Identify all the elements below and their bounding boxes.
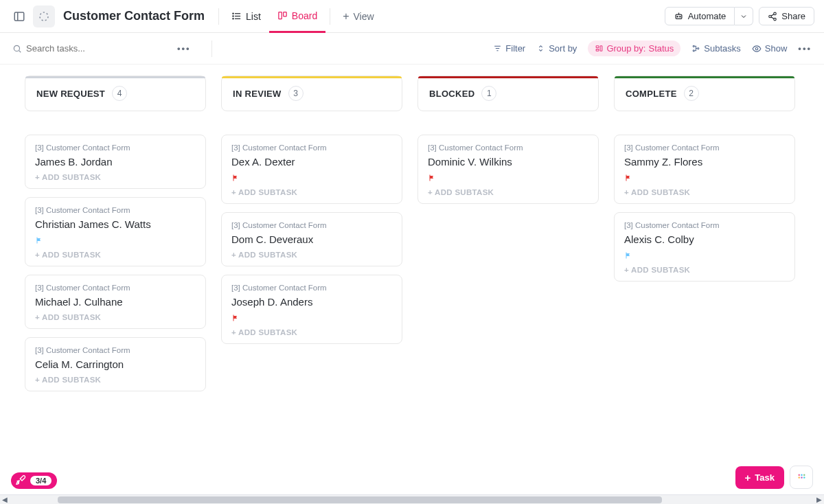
- search-field[interactable]: [12, 43, 129, 54]
- column-title: BLOCKED: [429, 89, 474, 99]
- svg-point-37: [803, 477, 805, 479]
- task-title: Celia M. Carrington: [35, 358, 196, 370]
- add-subtask-button[interactable]: + ADD SUBTASK: [624, 188, 785, 196]
- automate-dropdown-button[interactable]: [735, 7, 753, 25]
- new-task-button[interactable]: + Task: [735, 466, 784, 489]
- apps-grid-icon: [797, 472, 807, 483]
- list-settings-button[interactable]: [33, 5, 55, 27]
- svg-line-21: [19, 50, 21, 52]
- horizontal-scrollbar[interactable]: ◀ ▶: [0, 494, 824, 504]
- task-card[interactable]: [3] Customer Contact Form Joseph D. Ande…: [221, 275, 402, 344]
- tab-list[interactable]: List: [223, 0, 269, 33]
- scroll-right-button[interactable]: ▶: [814, 495, 824, 505]
- svg-point-33: [801, 474, 803, 476]
- share-button[interactable]: Share: [759, 7, 814, 25]
- page-title: Customer Contact Form: [63, 9, 205, 23]
- filter-button[interactable]: Filter: [493, 43, 525, 54]
- column-header[interactable]: COMPLETE 2: [614, 76, 795, 111]
- task-source-label: [3] Customer Contact Form: [35, 206, 196, 214]
- svg-point-36: [801, 477, 803, 479]
- svg-point-16: [769, 15, 772, 18]
- task-card[interactable]: [3] Customer Contact Form Dex A. Dexter …: [221, 135, 402, 204]
- column-header[interactable]: BLOCKED 1: [417, 76, 599, 111]
- subtasks-icon: [691, 44, 700, 53]
- column-color-bar: [222, 76, 402, 78]
- subtasks-label: Subtasks: [704, 43, 740, 54]
- task-title: Sammy Z. Flores: [624, 156, 785, 168]
- loading-circle-icon: [38, 10, 50, 23]
- scroll-track[interactable]: [10, 496, 814, 504]
- task-title: Christian James C. Watts: [35, 218, 196, 230]
- tab-board[interactable]: Board: [269, 0, 325, 33]
- tab-add-view-label: View: [354, 11, 374, 22]
- sort-button[interactable]: Sort by: [536, 43, 577, 54]
- show-button[interactable]: Show: [752, 43, 788, 54]
- svg-point-8: [233, 19, 233, 19]
- priority-flag-icon[interactable]: [624, 173, 785, 183]
- task-card[interactable]: [3] Customer Contact Form Sammy Z. Flore…: [614, 135, 795, 204]
- search-input[interactable]: [26, 43, 129, 54]
- group-by-pill[interactable]: Group by: Status: [588, 41, 680, 56]
- add-subtask-button[interactable]: + ADD SUBTASK: [231, 328, 392, 336]
- add-subtask-button[interactable]: + ADD SUBTASK: [35, 376, 196, 384]
- add-subtask-button[interactable]: + ADD SUBTASK: [35, 173, 196, 181]
- chevron-down-icon: [740, 12, 748, 21]
- group-by-value: Status: [648, 43, 674, 54]
- column-header[interactable]: IN REVIEW 3: [221, 76, 402, 111]
- add-subtask-button[interactable]: + ADD SUBTASK: [35, 251, 196, 259]
- priority-flag-icon[interactable]: [231, 173, 392, 183]
- scroll-left-button[interactable]: ◀: [0, 495, 10, 505]
- group-icon: [595, 44, 604, 53]
- add-subtask-button[interactable]: + ADD SUBTASK: [35, 313, 196, 321]
- svg-point-6: [233, 13, 233, 14]
- more-options-button[interactable]: •••: [798, 43, 812, 54]
- task-title: Dominic V. Wilkins: [428, 156, 588, 168]
- svg-point-13: [679, 16, 680, 17]
- column-header[interactable]: NEW REQUEST 4: [25, 76, 206, 111]
- svg-point-2: [40, 12, 48, 21]
- task-source-label: [3] Customer Contact Form: [428, 144, 588, 152]
- column-in-review: IN REVIEW 3 [3] Customer Contact Form De…: [221, 76, 402, 483]
- column-new-request: NEW REQUEST 4 [3] Customer Contact Form …: [25, 76, 206, 483]
- task-card[interactable]: [3] Customer Contact Form James B. Jorda…: [25, 135, 206, 189]
- priority-flag-icon[interactable]: [35, 236, 196, 245]
- apps-button[interactable]: [790, 466, 813, 489]
- add-subtask-button[interactable]: + ADD SUBTASK: [231, 251, 392, 259]
- svg-rect-25: [597, 46, 599, 48]
- show-label: Show: [765, 43, 788, 54]
- add-subtask-button[interactable]: + ADD SUBTASK: [231, 188, 392, 196]
- eye-icon: [752, 44, 762, 54]
- plus-icon: +: [343, 10, 349, 23]
- tab-add-view[interactable]: + View: [334, 0, 382, 33]
- task-title: Alexis C. Colby: [624, 233, 785, 245]
- add-subtask-button[interactable]: + ADD SUBTASK: [428, 188, 588, 196]
- group-by-label: Group by:: [606, 43, 645, 54]
- svg-point-15: [774, 12, 777, 15]
- column-color-bar: [615, 76, 794, 78]
- task-card[interactable]: [3] Customer Contact Form Michael J. Cul…: [25, 275, 206, 329]
- subtasks-button[interactable]: Subtasks: [691, 43, 740, 54]
- task-source-label: [3] Customer Contact Form: [231, 284, 392, 292]
- priority-flag-icon[interactable]: [428, 173, 588, 183]
- task-card[interactable]: [3] Customer Contact Form Christian Jame…: [25, 197, 206, 266]
- column-count-badge: 1: [481, 86, 496, 101]
- separator: [330, 8, 330, 25]
- share-icon: [768, 12, 777, 21]
- svg-point-20: [14, 45, 19, 51]
- onboarding-progress-pill[interactable]: 3/4: [11, 472, 57, 489]
- automate-button[interactable]: Automate: [665, 7, 735, 25]
- task-card[interactable]: [3] Customer Contact Form Dom C. Deverau…: [221, 212, 402, 266]
- scroll-thumb[interactable]: [58, 496, 662, 503]
- task-card[interactable]: [3] Customer Contact Form Celia M. Carri…: [25, 337, 206, 391]
- task-source-label: [3] Customer Contact Form: [35, 346, 196, 354]
- more-tools-button[interactable]: •••: [177, 43, 191, 54]
- share-label: Share: [781, 11, 805, 21]
- task-card[interactable]: [3] Customer Contact Form Alexis C. Colb…: [614, 212, 795, 282]
- task-card[interactable]: [3] Customer Contact Form Dominic V. Wil…: [417, 135, 599, 204]
- toggle-sidebar-button[interactable]: [10, 7, 29, 26]
- add-subtask-button[interactable]: + ADD SUBTASK: [624, 266, 785, 274]
- priority-flag-icon[interactable]: [231, 313, 392, 323]
- task-source-label: [3] Customer Contact Form: [624, 144, 785, 152]
- rocket-icon: [15, 475, 26, 486]
- priority-flag-icon[interactable]: [624, 251, 785, 260]
